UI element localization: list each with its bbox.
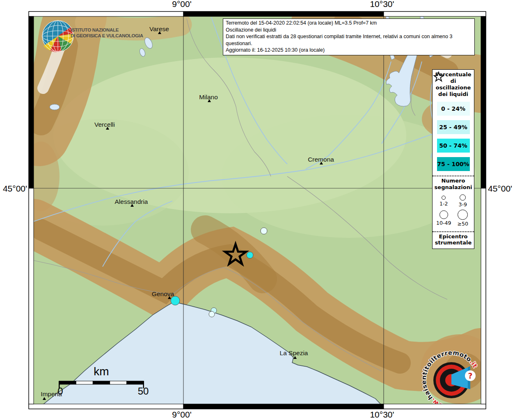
axis-label-right: 45°00' — [488, 184, 512, 193]
earthquake-info-box: Terremoto del 15-04-2020 22:02:54 (ora l… — [223, 18, 475, 55]
legend-swatch-75-100: 75 - 100% — [437, 157, 470, 171]
epicenter-star-icon — [433, 71, 445, 83]
count-circle-icon — [460, 194, 466, 201]
axis-label-top: 9°00' — [172, 0, 191, 9]
city-label-la-spezia: La Spezia — [280, 349, 308, 356]
legend-swatch-0-24: 0 - 24% — [437, 102, 470, 116]
city-label-vercelli: Vercelli — [94, 121, 115, 128]
info-line-effect: Oscillazione dei liquidi — [226, 27, 472, 34]
observation-dot — [261, 228, 267, 234]
terrain-layer — [16, 16, 499, 406]
count-symbol-10-49: 10-49 — [434, 208, 453, 227]
observation-dot — [247, 252, 253, 258]
earthquake-map-screenshot: ? www.haisentitoilterremoto.it VareseMil… — [0, 0, 515, 420]
axis-label-left: 45°00' — [3, 184, 27, 193]
observation-dot — [209, 311, 215, 317]
question-mark-icon: ? — [468, 371, 472, 380]
info-line-event: Terremoto del 15-04-2020 22:02:54 (ora l… — [226, 20, 472, 27]
legend-swatch-50-74: 50 - 74% — [437, 139, 470, 153]
ingv-title-line2: DI GEOFISICA E VULCANOLOGIA — [71, 33, 143, 38]
legend-panel: Percentuale di oscillazione dei liquidi … — [432, 69, 474, 249]
city-label-cremona: Cremona — [308, 156, 334, 163]
observation-dot — [171, 296, 180, 305]
scale-start-label: 0 — [57, 386, 63, 397]
city-label-milano: Milano — [199, 94, 218, 100]
count-symbol-1-2: 1-2 — [434, 193, 453, 208]
count-circle-icon — [439, 210, 448, 219]
legend-counts-title: Numero segnalazioni — [433, 176, 474, 190]
scale-end-label: 50 — [138, 386, 149, 397]
axis-label-bottom: 10°30' — [370, 410, 394, 419]
ingv-title-line1: ISTITUTO NAZIONALE — [71, 27, 119, 32]
count-symbol-50plus: ≥50 — [453, 208, 473, 227]
city-label-varese: Varese — [149, 25, 169, 32]
ingv-globe-icon — [42, 21, 73, 52]
city-label-alessandria: Alessandria — [115, 198, 148, 205]
legend-count-symbols: 1-2 3-9 10-49 ≥50 — [433, 193, 474, 227]
info-line-updated: Aggiornato il: 16-12-2025 10:30 (ora loc… — [226, 47, 472, 54]
legend-epicenter-title: Epicentro strumentale — [433, 232, 474, 246]
axis-label-bottom: 9°00' — [172, 410, 191, 419]
count-symbol-3-9: 3-9 — [453, 193, 473, 208]
legend-swatch-25-49: 25 - 49% — [437, 120, 470, 134]
axis-label-top: 10°30' — [370, 0, 394, 9]
info-line-disclaimer: Dati non verificati estratti da 28 quest… — [226, 33, 472, 47]
count-circle-icon — [458, 210, 468, 220]
city-label-genova: Genova — [152, 290, 174, 297]
scale-unit-label: km — [94, 365, 109, 378]
count-circle-icon — [442, 196, 446, 200]
